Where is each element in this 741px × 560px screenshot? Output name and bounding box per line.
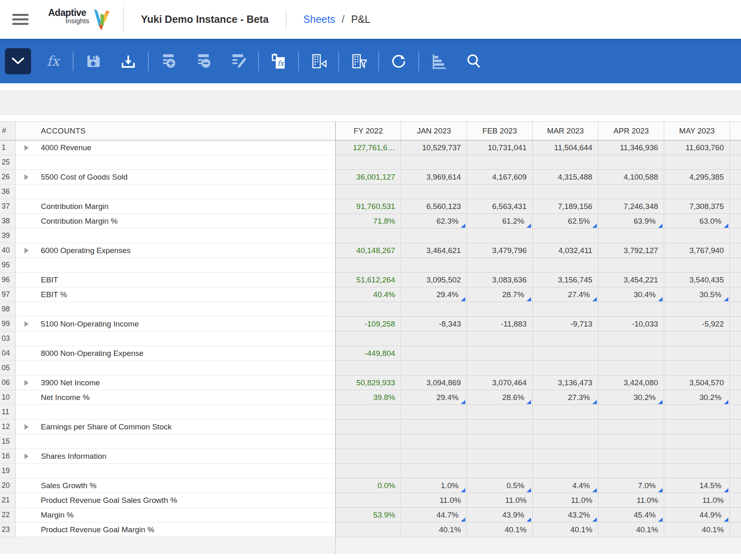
month-value-cell[interactable]: 11.0%: [533, 493, 598, 508]
month-value-cell[interactable]: [401, 258, 467, 273]
search-icon[interactable]: [466, 53, 482, 69]
account-name-cell[interactable]: Contribution Margin %: [16, 214, 336, 229]
month-value-cell[interactable]: 11.0%: [664, 493, 730, 508]
account-name-cell[interactable]: 6000 Operating Expenses: [16, 243, 336, 258]
column-header-feb2023[interactable]: FEB 2023: [467, 122, 533, 140]
account-name-cell[interactable]: EBIT: [16, 273, 336, 287]
formula-icon[interactable]: fx: [45, 53, 61, 69]
fy2022-value-cell[interactable]: -109,258: [336, 317, 402, 331]
month-value-cell[interactable]: [467, 434, 533, 449]
account-name-cell[interactable]: Net Income %: [16, 390, 336, 405]
month-value-cell[interactable]: [533, 361, 598, 376]
month-value-cell[interactable]: 11.0%: [401, 493, 467, 508]
month-value-cell[interactable]: [533, 184, 598, 199]
month-value-cell[interactable]: 6,560,123: [401, 199, 467, 214]
month-value-cell[interactable]: [598, 346, 664, 361]
month-value-cell[interactable]: [467, 331, 533, 346]
month-value-cell[interactable]: [401, 449, 467, 464]
month-value-cell[interactable]: [467, 405, 533, 420]
month-value-cell[interactable]: 7,246,348: [598, 199, 664, 214]
month-value-cell[interactable]: 10,529,737: [401, 140, 467, 155]
month-value-cell[interactable]: 4.4%: [533, 478, 598, 493]
month-value-cell[interactable]: [598, 229, 664, 243]
expand-arrow-icon[interactable]: [25, 174, 29, 180]
paste-formula-icon[interactable]: fx: [270, 53, 287, 69]
month-value-cell[interactable]: 4,167,609: [467, 170, 533, 184]
edit-row-icon[interactable]: [230, 53, 247, 69]
month-value-cell[interactable]: 29.4%: [401, 390, 467, 405]
month-value-cell[interactable]: 3,070,464: [467, 376, 533, 390]
month-value-cell[interactable]: [664, 184, 730, 199]
month-value-cell[interactable]: 4,295,385: [664, 170, 730, 184]
month-value-cell[interactable]: 3,969,614: [401, 170, 467, 184]
month-value-cell[interactable]: [598, 420, 664, 434]
month-value-cell[interactable]: 3,504,570: [664, 376, 730, 390]
sheet-menu-dropdown-button[interactable]: [5, 48, 31, 74]
expand-arrow-icon[interactable]: [25, 145, 29, 151]
account-name-cell[interactable]: Sales Growth %: [16, 478, 336, 493]
fy2022-value-cell[interactable]: [336, 434, 402, 449]
fy2022-value-cell[interactable]: [336, 522, 402, 537]
month-value-cell[interactable]: 30.2%: [598, 390, 664, 405]
org-display-options-icon[interactable]: [310, 53, 327, 69]
month-value-cell[interactable]: [467, 449, 533, 464]
month-value-cell[interactable]: [664, 155, 730, 170]
month-value-cell[interactable]: [533, 155, 598, 170]
month-value-cell[interactable]: -9,713: [533, 317, 598, 331]
expand-arrow-icon[interactable]: [25, 248, 29, 253]
accounts-column-header[interactable]: ACCOUNTS: [16, 122, 336, 140]
month-value-cell[interactable]: 63.9%: [598, 214, 664, 229]
account-name-cell[interactable]: 4000 Revenue: [16, 140, 336, 155]
month-value-cell[interactable]: [533, 405, 598, 420]
month-value-cell[interactable]: 40.1%: [533, 522, 598, 537]
fy2022-value-cell[interactable]: 127,761,6…: [336, 140, 402, 155]
month-value-cell[interactable]: [533, 346, 598, 361]
month-value-cell[interactable]: 3,156,745: [533, 273, 598, 287]
month-value-cell[interactable]: [598, 361, 664, 376]
month-value-cell[interactable]: 28.7%: [467, 287, 533, 302]
month-value-cell[interactable]: 3,464,621: [401, 243, 467, 258]
month-value-cell[interactable]: [533, 258, 598, 273]
month-value-cell[interactable]: [664, 449, 730, 464]
chart-icon[interactable]: [431, 53, 447, 69]
month-value-cell[interactable]: 40.1%: [467, 522, 533, 537]
account-name-cell[interactable]: Product Revenue Goal Sales Growth %: [16, 493, 336, 508]
month-value-cell[interactable]: 11.0%: [467, 493, 533, 508]
month-value-cell[interactable]: [533, 229, 598, 243]
month-value-cell[interactable]: [664, 420, 730, 434]
fy2022-value-cell[interactable]: [336, 464, 402, 478]
month-value-cell[interactable]: 61.2%: [467, 214, 533, 229]
month-value-cell[interactable]: [598, 302, 664, 317]
month-value-cell[interactable]: [467, 302, 533, 317]
month-value-cell[interactable]: [598, 434, 664, 449]
month-value-cell[interactable]: [533, 464, 598, 478]
month-value-cell[interactable]: 10,731,041: [467, 140, 533, 155]
month-value-cell[interactable]: 62.5%: [533, 214, 598, 229]
month-value-cell[interactable]: 63.0%: [664, 214, 730, 229]
month-value-cell[interactable]: 3,767,940: [664, 243, 730, 258]
month-value-cell[interactable]: 14.5%: [664, 478, 730, 493]
month-value-cell[interactable]: 44.9%: [664, 508, 730, 522]
account-name-cell[interactable]: Shares Information: [16, 449, 336, 464]
month-value-cell[interactable]: 30.4%: [598, 287, 664, 302]
month-value-cell[interactable]: [664, 331, 730, 346]
expand-arrow-icon[interactable]: [25, 453, 29, 459]
remove-row-icon[interactable]: [195, 53, 212, 69]
month-value-cell[interactable]: 40.1%: [598, 522, 664, 537]
month-value-cell[interactable]: 28.6%: [467, 390, 533, 405]
month-value-cell[interactable]: [533, 420, 598, 434]
month-value-cell[interactable]: [533, 302, 598, 317]
month-value-cell[interactable]: [401, 302, 467, 317]
account-name-cell[interactable]: Product Revenue Goal Margin %: [16, 522, 336, 537]
month-value-cell[interactable]: [598, 464, 664, 478]
expand-arrow-icon[interactable]: [25, 424, 29, 430]
month-value-cell[interactable]: 30.5%: [664, 287, 730, 302]
month-value-cell[interactable]: 6,563,431: [467, 199, 533, 214]
month-value-cell[interactable]: 7.0%: [598, 478, 664, 493]
fy2022-value-cell[interactable]: 91,760,531: [336, 199, 402, 214]
month-value-cell[interactable]: 3,424,080: [598, 376, 664, 390]
fy2022-value-cell[interactable]: 50,829,933: [336, 376, 402, 390]
month-value-cell[interactable]: 3,454,221: [598, 273, 664, 287]
fy2022-value-cell[interactable]: -449,804: [336, 346, 402, 361]
month-value-cell[interactable]: -10,033: [598, 317, 664, 331]
